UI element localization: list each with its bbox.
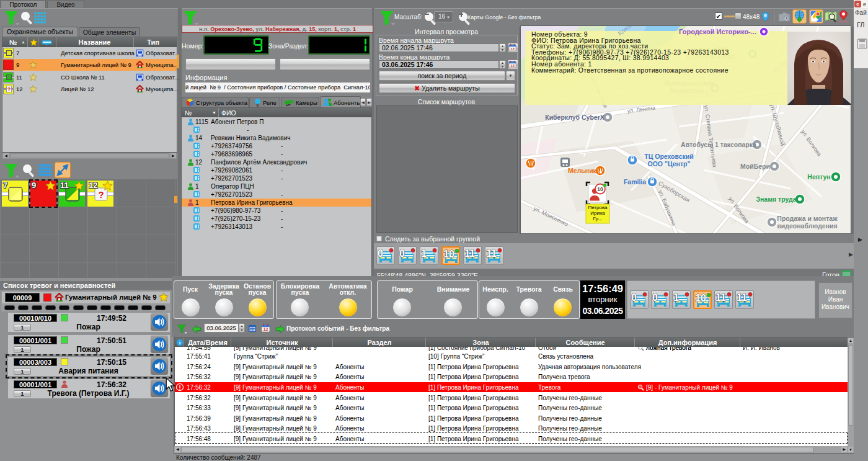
svg-text:1: 1	[421, 248, 427, 259]
svg-text:Мельник: Мельник	[568, 167, 597, 174]
svg-text:11: 11	[486, 248, 497, 259]
svg-text:0: 0	[399, 248, 405, 259]
svg-text:ТЦ Ореховский: ТЦ Ореховский	[644, 153, 693, 160]
svg-text:11: 11	[715, 292, 726, 303]
svg-text:ЯндексКарты: ЯндексКарты	[839, 20, 848, 23]
svg-text:10: 10	[597, 186, 603, 192]
svg-text:Городской Историко-...: Городской Историко-...	[679, 28, 756, 35]
svg-text:видеонаблюдения: видеонаблюдения	[777, 222, 837, 230]
svg-text:0: 0	[378, 248, 383, 259]
svg-text:Нептун: Нептун	[807, 173, 830, 181]
svg-text:12: 12	[510, 47, 515, 51]
svg-text:Ирина: Ирина	[590, 210, 605, 216]
svg-text:0: 0	[631, 292, 637, 303]
svg-text:ООО "Центр": ООО "Центр"	[648, 160, 691, 168]
svg-text:0: 0	[652, 292, 658, 303]
svg-text:Комментарий: Ответственная за: Комментарий: Ответственная за противопож…	[531, 66, 728, 74]
svg-text:10: 10	[443, 249, 454, 259]
svg-text:1: 1	[673, 292, 679, 303]
svg-text:12: 12	[510, 63, 515, 68]
svg-text:Продажа и монтаж: Продажа и монтаж	[777, 215, 838, 222]
svg-text:Петрова: Петрова	[588, 205, 608, 210]
svg-text:Гр...: Гр...	[593, 216, 603, 222]
svg-text:11: 11	[737, 292, 747, 303]
svg-text:МойБери: МойБери	[740, 163, 770, 170]
svg-text:Автобусы 1 таксопарка: Автобусы 1 таксопарка	[681, 141, 756, 148]
svg-text:10: 10	[695, 293, 706, 303]
svg-text:Familia: Familia	[624, 178, 646, 186]
svg-text:11: 11	[464, 248, 475, 259]
svg-text:12: 12	[264, 327, 268, 331]
svg-text:Знамя труда: Знамя труда	[756, 195, 796, 203]
svg-text:Киберклуб CyberX: Киберклуб CyberX	[545, 114, 604, 121]
